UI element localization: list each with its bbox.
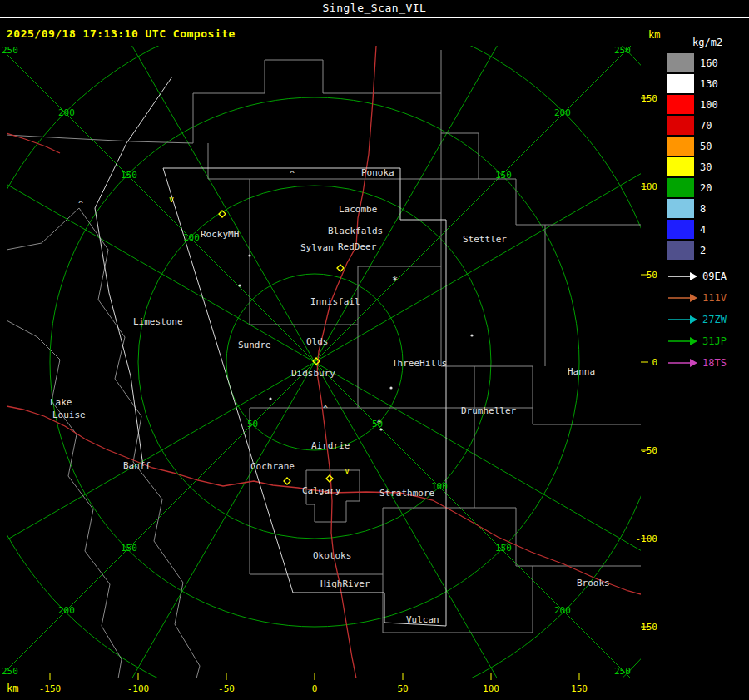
track-id-label: 18TS (702, 357, 727, 369)
boundary-line (7, 208, 79, 250)
site-diamond-marker (284, 478, 290, 484)
track-id-label: 111V (702, 292, 727, 304)
town-label: Airdrie (311, 440, 350, 451)
track-id-label: 27ZW (702, 314, 727, 325)
legend-level-row: 4 (667, 219, 747, 240)
bottom-axis-unit: km (7, 683, 18, 694)
legend-level-value: 50 (700, 141, 712, 152)
bottom-axis-tick-label: 150 (571, 683, 588, 694)
range-ring-label: 50 (372, 419, 383, 429)
legend-level-row: 130 (667, 73, 747, 94)
track-id-label: 31JP (702, 335, 727, 347)
azimuth-line (0, 32, 315, 362)
bottom-axis-tick-label: 50 (397, 683, 408, 694)
town-label: RockyMH (201, 229, 239, 240)
town-label: HighRiver (320, 578, 370, 589)
asterisk-marker: * (392, 275, 398, 286)
boundary-line (250, 408, 533, 633)
storm-track-row: 27ZW (667, 309, 747, 330)
range-ring-label: 250 (2, 666, 18, 677)
town-label: Cochrane (250, 461, 295, 472)
town-label: Limestone (133, 316, 183, 327)
bottom-axis-tick-label: 0 (312, 683, 318, 694)
legend-level-value: 100 (700, 99, 718, 111)
caret-marker: ^ (78, 200, 83, 209)
track-id-label: 09EA (702, 271, 727, 282)
boundary-line (79, 208, 200, 678)
legend-level-value: 8 (700, 203, 706, 215)
radar-map-canvas[interactable]: PonokaLacombeBlackfaldsSylvanRedDeerStet… (0, 0, 749, 700)
legend-level-row: 2 (667, 240, 747, 261)
legend-color-swatch (667, 137, 694, 156)
azimuth-line (315, 32, 644, 362)
range-ring-label: 150 (121, 543, 137, 554)
legend-level-value: 70 (700, 120, 712, 132)
range-ring-label: 150 (121, 170, 137, 181)
v-marker: v (345, 466, 350, 475)
town-label: Strathmore (379, 488, 434, 499)
range-ring-label: 100 (183, 232, 200, 243)
town-label: Okotoks (313, 550, 351, 561)
legend-level-row: 160 (667, 52, 747, 73)
range-ring-label: 250 (614, 45, 631, 56)
legend-color-swatch (667, 157, 694, 176)
bottom-axis-tick-label: -150 (39, 683, 62, 694)
boundary-line (193, 60, 441, 93)
legend-levels: 16013010070503020842 (667, 52, 747, 261)
legend-color-swatch (667, 53, 694, 72)
azimuth-line (315, 0, 548, 362)
track-arrow-head (690, 272, 697, 280)
town-label: Lacombe (339, 204, 377, 215)
town-label: ThreeHills (392, 358, 447, 369)
bottom-axis-tick-label: -50 (218, 683, 235, 694)
legend-level-row: 20 (667, 177, 747, 198)
town-label: Ponoka (361, 167, 394, 178)
legend-color-swatch (667, 220, 694, 239)
bottom-axis-tick-label: 100 (483, 683, 499, 694)
track-arrow-head (690, 315, 697, 324)
site-diamond-marker (326, 475, 333, 482)
town-label: Hanna (568, 366, 595, 377)
boundary-line (383, 366, 474, 574)
v-marker: v (169, 195, 174, 204)
right-axis-tick-label: -150 (636, 622, 658, 633)
dot-marker (470, 334, 473, 336)
town-label: Drumheller (461, 405, 517, 416)
legend-level-value: 2 (700, 245, 706, 256)
storm-track-legend: 09EA111V27ZW31JP18TS (667, 266, 747, 374)
legend-level-value: 30 (700, 161, 712, 173)
legend-level-value: 4 (700, 224, 706, 236)
range-ring-label: 250 (2, 45, 18, 56)
azimuth-line (0, 129, 315, 362)
right-axis-tick-label: 100 (641, 181, 657, 192)
legend-color-swatch (667, 241, 694, 260)
track-arrow-icon (667, 271, 697, 281)
boundary-line (474, 508, 641, 566)
town-label: RedDeer (338, 241, 377, 252)
town-label: Louise (52, 410, 86, 420)
track-arrow-head (690, 337, 697, 345)
map-layers: PonokaLacombeBlackfaldsSylvanRedDeerStet… (0, 0, 749, 700)
town-label: Olds (306, 336, 329, 347)
range-ring-label: 100 (431, 481, 448, 492)
caret-marker: ^ (290, 170, 295, 179)
town-label: Sylvan (300, 242, 334, 253)
legend-level-row: 8 (667, 198, 747, 219)
town-label: Innisfail (310, 296, 360, 307)
range-ring-label: 200 (554, 605, 571, 616)
boundary-line (479, 179, 641, 225)
azimuth-line (82, 0, 315, 362)
boundary-line (7, 320, 122, 678)
range-ring (0, 0, 749, 700)
dot-marker (238, 284, 241, 286)
storm-track-row: 111V (667, 287, 747, 309)
right-axis-tick-label: -100 (636, 534, 658, 544)
track-arrow-icon (667, 358, 697, 368)
town-label: Lake (50, 397, 72, 408)
legend-color-swatch (667, 95, 694, 114)
dot-marker (269, 397, 271, 400)
range-ring-label: 200 (554, 107, 571, 118)
storm-track-row: 18TS (667, 352, 747, 374)
azimuth-line (0, 362, 315, 595)
radar-coverage-outline (95, 77, 172, 466)
